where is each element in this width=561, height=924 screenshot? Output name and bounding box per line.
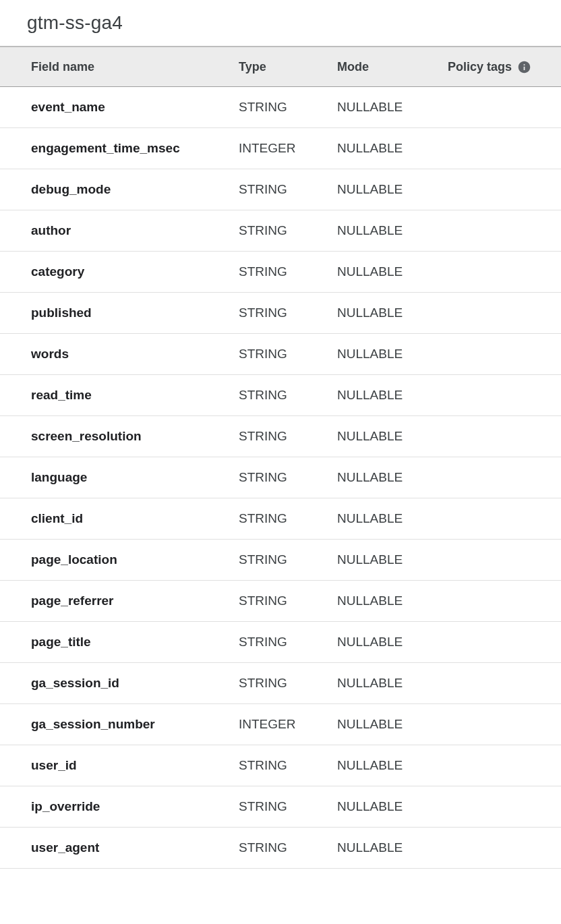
field-type-cell: INTEGER — [239, 127, 337, 169]
field-mode-cell: NULLABLE — [337, 457, 448, 498]
field-mode-cell: NULLABLE — [337, 786, 448, 827]
field-mode-cell: NULLABLE — [337, 251, 448, 292]
table-row[interactable]: engagement_time_msecINTEGERNULLABLE — [0, 127, 561, 169]
field-type-cell: STRING — [239, 745, 337, 786]
field-name-cell: category — [0, 251, 239, 292]
column-header-mode[interactable]: Mode — [337, 47, 448, 87]
table-row[interactable]: ga_session_numberINTEGERNULLABLE — [0, 703, 561, 745]
field-name-cell: user_agent — [0, 827, 239, 868]
table-row[interactable]: client_idSTRINGNULLABLE — [0, 498, 561, 539]
schema-table-header: Field name Type Mode Policy tags — [0, 47, 561, 87]
field-policy-cell — [448, 415, 561, 457]
field-mode-cell: NULLABLE — [337, 827, 448, 868]
field-type-cell: STRING — [239, 333, 337, 374]
field-mode-cell: NULLABLE — [337, 621, 448, 662]
field-policy-cell — [448, 539, 561, 580]
field-policy-cell — [448, 786, 561, 827]
table-row[interactable]: screen_resolutionSTRINGNULLABLE — [0, 415, 561, 457]
field-name-cell: read_time — [0, 374, 239, 415]
table-row[interactable]: debug_modeSTRINGNULLABLE — [0, 169, 561, 210]
field-name-cell: words — [0, 333, 239, 374]
field-name-cell: page_location — [0, 539, 239, 580]
field-policy-cell — [448, 498, 561, 539]
field-policy-cell — [448, 703, 561, 745]
field-type-cell: STRING — [239, 786, 337, 827]
field-type-cell: STRING — [239, 374, 337, 415]
field-mode-cell: NULLABLE — [337, 169, 448, 210]
field-type-cell: STRING — [239, 662, 337, 703]
column-header-policy-tags[interactable]: Policy tags — [448, 47, 561, 87]
field-type-cell: INTEGER — [239, 703, 337, 745]
table-row[interactable]: categorySTRINGNULLABLE — [0, 251, 561, 292]
field-policy-cell — [448, 169, 561, 210]
field-type-cell: STRING — [239, 86, 337, 127]
table-row[interactable]: user_agentSTRINGNULLABLE — [0, 827, 561, 868]
field-name-cell: page_title — [0, 621, 239, 662]
field-name-cell: debug_mode — [0, 169, 239, 210]
table-row[interactable]: event_nameSTRINGNULLABLE — [0, 86, 561, 127]
field-type-cell: STRING — [239, 498, 337, 539]
table-row[interactable]: wordsSTRINGNULLABLE — [0, 333, 561, 374]
field-policy-cell — [448, 621, 561, 662]
field-mode-cell: NULLABLE — [337, 374, 448, 415]
field-mode-cell: NULLABLE — [337, 745, 448, 786]
field-type-cell: STRING — [239, 827, 337, 868]
table-row[interactable]: ga_session_idSTRINGNULLABLE — [0, 662, 561, 703]
field-mode-cell: NULLABLE — [337, 86, 448, 127]
field-mode-cell: NULLABLE — [337, 539, 448, 580]
field-name-cell: engagement_time_msec — [0, 127, 239, 169]
column-header-label: Field name — [31, 60, 94, 74]
field-mode-cell: NULLABLE — [337, 498, 448, 539]
schema-table-body: event_nameSTRINGNULLABLEengagement_time_… — [0, 86, 561, 868]
field-policy-cell — [448, 86, 561, 127]
column-header-label: Policy tags — [448, 60, 512, 74]
field-name-cell: ip_override — [0, 786, 239, 827]
schema-table: Field name Type Mode Policy tags event_n… — [0, 47, 561, 869]
field-type-cell: STRING — [239, 169, 337, 210]
field-mode-cell: NULLABLE — [337, 580, 448, 621]
column-header-type[interactable]: Type — [239, 47, 337, 87]
field-type-cell: STRING — [239, 621, 337, 662]
table-row[interactable]: user_idSTRINGNULLABLE — [0, 745, 561, 786]
table-row[interactable]: publishedSTRINGNULLABLE — [0, 292, 561, 333]
table-row[interactable]: languageSTRINGNULLABLE — [0, 457, 561, 498]
field-name-cell: published — [0, 292, 239, 333]
field-name-cell: page_referrer — [0, 580, 239, 621]
field-type-cell: STRING — [239, 415, 337, 457]
field-policy-cell — [448, 827, 561, 868]
column-header-label: Type — [239, 60, 266, 74]
field-policy-cell — [448, 580, 561, 621]
table-row[interactable]: page_referrerSTRINGNULLABLE — [0, 580, 561, 621]
table-row[interactable]: page_titleSTRINGNULLABLE — [0, 621, 561, 662]
table-title: gtm-ss-ga4 — [27, 12, 561, 34]
table-row[interactable]: authorSTRINGNULLABLE — [0, 210, 561, 251]
field-type-cell: STRING — [239, 251, 337, 292]
column-header-field-name[interactable]: Field name — [0, 47, 239, 87]
field-policy-cell — [448, 333, 561, 374]
field-type-cell: STRING — [239, 580, 337, 621]
field-policy-cell — [448, 662, 561, 703]
field-policy-cell — [448, 292, 561, 333]
info-icon[interactable] — [517, 60, 531, 74]
field-type-cell: STRING — [239, 292, 337, 333]
field-mode-cell: NULLABLE — [337, 210, 448, 251]
field-policy-cell — [448, 127, 561, 169]
field-type-cell: STRING — [239, 210, 337, 251]
field-mode-cell: NULLABLE — [337, 127, 448, 169]
field-name-cell: ga_session_number — [0, 703, 239, 745]
field-name-cell: ga_session_id — [0, 662, 239, 703]
field-mode-cell: NULLABLE — [337, 703, 448, 745]
table-row[interactable]: page_locationSTRINGNULLABLE — [0, 539, 561, 580]
field-policy-cell — [448, 210, 561, 251]
field-mode-cell: NULLABLE — [337, 415, 448, 457]
table-row[interactable]: read_timeSTRINGNULLABLE — [0, 374, 561, 415]
field-name-cell: client_id — [0, 498, 239, 539]
field-policy-cell — [448, 251, 561, 292]
field-mode-cell: NULLABLE — [337, 662, 448, 703]
field-type-cell: STRING — [239, 539, 337, 580]
table-row[interactable]: ip_overrideSTRINGNULLABLE — [0, 786, 561, 827]
field-policy-cell — [448, 745, 561, 786]
field-mode-cell: NULLABLE — [337, 333, 448, 374]
field-name-cell: language — [0, 457, 239, 498]
field-type-cell: STRING — [239, 457, 337, 498]
